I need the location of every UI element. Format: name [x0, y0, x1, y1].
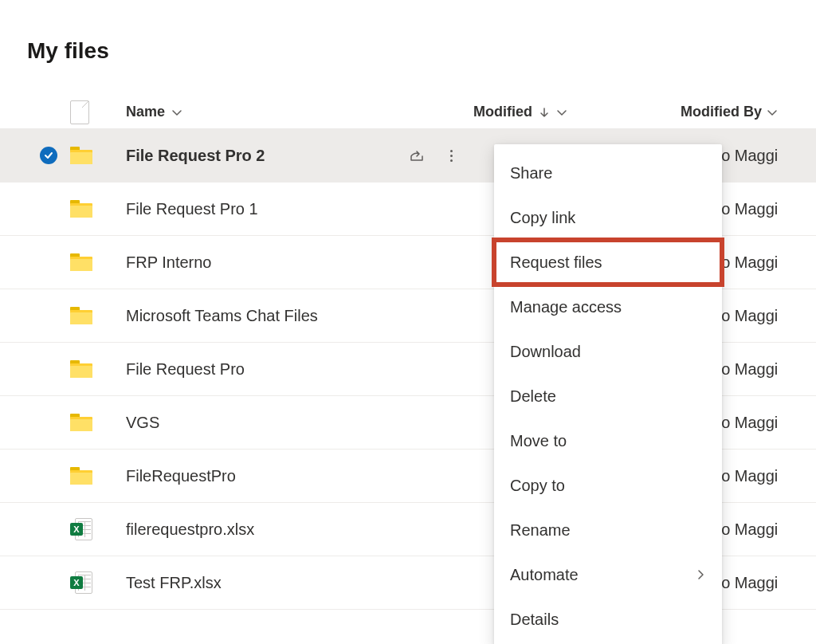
excel-file-icon: X	[70, 571, 92, 594]
share-icon[interactable]	[408, 147, 426, 164]
folder-icon	[70, 414, 92, 431]
row-name[interactable]: Microsoft Teams Chat Files	[126, 307, 378, 325]
menu-item-label: Move to	[510, 432, 567, 450]
menu-item-manage-access[interactable]: Manage access	[494, 285, 722, 329]
row-type-icon	[70, 200, 126, 218]
row-name[interactable]: File Request Pro 2	[126, 147, 378, 165]
menu-item-label: Download	[510, 343, 581, 361]
row-name-label: File Request Pro 2	[126, 147, 265, 165]
folder-icon	[70, 467, 92, 485]
menu-item-copy-to[interactable]: Copy to	[494, 463, 722, 508]
row-name[interactable]: File Request Pro	[126, 360, 378, 379]
more-actions-button[interactable]	[445, 150, 457, 162]
menu-item-label: Copy to	[510, 477, 565, 495]
menu-item-rename[interactable]: Rename	[494, 508, 722, 552]
column-header-type[interactable]	[70, 100, 126, 124]
menu-item-label: Delete	[510, 387, 556, 406]
page-title: My files	[27, 38, 816, 64]
row-type-icon: X	[70, 571, 126, 594]
menu-item-label: Details	[510, 611, 559, 629]
folder-icon	[70, 253, 92, 271]
menu-item-delete[interactable]: Delete	[494, 374, 722, 418]
row-name-label: Microsoft Teams Chat Files	[126, 307, 318, 325]
row-name-label: FileRequestPro	[126, 467, 236, 485]
row-type-icon	[70, 414, 126, 431]
column-header-modified-label: Modified	[473, 104, 532, 120]
row-name-label: VGS	[126, 414, 159, 432]
row-name[interactable]: Test FRP.xlsx	[126, 574, 378, 592]
row-select[interactable]	[27, 147, 70, 164]
folder-icon	[70, 360, 92, 378]
chevron-right-icon	[695, 566, 706, 584]
row-type-icon: X	[70, 518, 126, 540]
folder-icon	[70, 147, 92, 164]
row-type-icon	[70, 307, 126, 324]
menu-item-label: Share	[510, 164, 552, 183]
checkmark-icon	[40, 147, 57, 164]
chevron-down-icon	[767, 107, 778, 118]
menu-item-label: Manage access	[510, 298, 622, 316]
menu-item-share[interactable]: Share	[494, 151, 722, 195]
menu-item-download[interactable]: Download	[494, 329, 722, 374]
row-name-label: filerequestpro.xlsx	[126, 520, 254, 539]
folder-icon	[70, 200, 92, 218]
folder-icon	[70, 307, 92, 324]
row-type-icon	[70, 253, 126, 271]
row-name[interactable]: File Request Pro 1	[126, 200, 378, 218]
column-header-modified-by-label: Modified By	[681, 104, 762, 120]
column-header-modified-by[interactable]: Modified By	[681, 104, 816, 120]
row-type-icon	[70, 360, 126, 378]
menu-item-label: Request files	[510, 253, 602, 272]
menu-item-label: Rename	[510, 521, 571, 540]
row-name-label: File Request Pro 1	[126, 200, 258, 218]
menu-item-details[interactable]: Details	[494, 597, 722, 642]
row-name[interactable]: FRP Interno	[126, 253, 378, 272]
row-name[interactable]: VGS	[126, 414, 378, 432]
file-icon	[70, 100, 89, 124]
sort-descending-icon	[539, 107, 550, 118]
menu-item-move-to[interactable]: Move to	[494, 418, 722, 463]
column-header-name-label: Name	[126, 104, 165, 120]
chevron-down-icon	[556, 107, 567, 118]
menu-item-copy-link[interactable]: Copy link	[494, 195, 722, 240]
row-type-icon	[70, 467, 126, 485]
column-header-row: Name Modified Modified By	[0, 96, 816, 129]
column-header-modified[interactable]: Modified	[473, 104, 681, 120]
chevron-down-icon	[171, 107, 182, 118]
menu-item-label: Copy link	[510, 209, 575, 227]
menu-item-automate[interactable]: Automate	[494, 552, 722, 597]
row-name-label: File Request Pro	[126, 360, 245, 379]
column-header-name[interactable]: Name	[126, 104, 378, 120]
row-name-label: Test FRP.xlsx	[126, 574, 222, 592]
row-name-label: FRP Interno	[126, 253, 211, 272]
context-menu: ShareCopy linkRequest filesManage access…	[494, 144, 722, 644]
menu-item-label: Automate	[510, 566, 579, 584]
row-type-icon	[70, 147, 126, 164]
row-name[interactable]: filerequestpro.xlsx	[126, 520, 378, 539]
menu-item-request-files[interactable]: Request files	[494, 240, 722, 285]
excel-file-icon: X	[70, 518, 92, 540]
row-name[interactable]: FileRequestPro	[126, 467, 378, 485]
